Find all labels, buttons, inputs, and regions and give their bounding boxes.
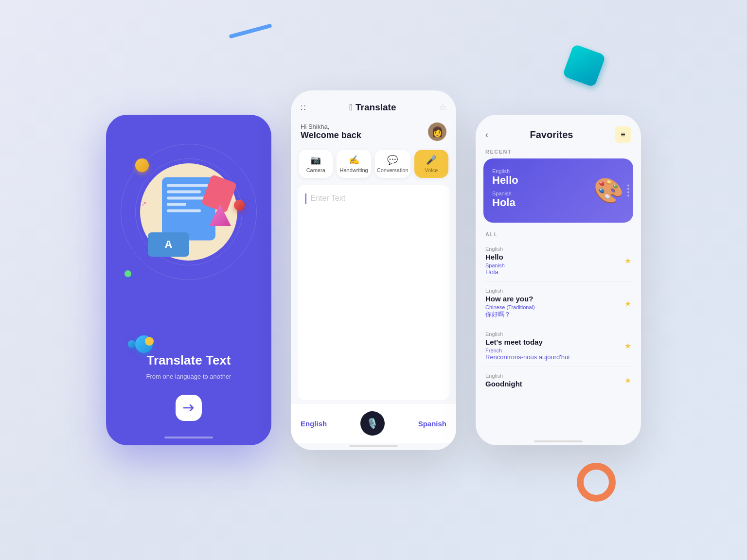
text-input-area[interactable]: Enter Text (298, 185, 449, 400)
mode-handwriting-button[interactable]: ✍️ Handwriting (337, 150, 371, 178)
phone2-home-indicator (291, 443, 456, 450)
menu-icon-box[interactable]: ≡ (615, 126, 631, 143)
fav-item-1-source-word: How are you? (485, 295, 535, 303)
fav-item-2-target-lang: French (485, 348, 569, 353)
menu-icon: ≡ (621, 130, 625, 139)
phone3-header: ‹ Favorites ≡ (476, 115, 641, 149)
handwriting-icon: ✍️ (349, 155, 359, 165)
all-label: ALL (476, 229, 641, 240)
deco-arrow: ↗ (141, 200, 147, 208)
voice-icon: 🎤 (426, 155, 437, 165)
mic-icon: 🎙️ (366, 418, 378, 429)
favorites-list: English Hello Spanish Hola ★ English How… (476, 240, 641, 438)
recent-label: RECENT (476, 149, 641, 158)
avatar: 👩 (428, 122, 446, 141)
app-title-row:  Translate (349, 102, 396, 113)
card-dots (627, 185, 629, 197)
fav-item-3-source-word: Goodnight (485, 380, 522, 388)
fav-item-3-source-lang: English (485, 373, 522, 379)
fav-item-0-source-lang: English (485, 246, 505, 252)
doc-card-blue: A (148, 232, 189, 257)
card-3d-decoration: 🎨 (593, 176, 623, 205)
fav-star-3[interactable]: ★ (624, 376, 631, 385)
fav-item-3-text: English Goodnight (485, 373, 522, 388)
conversation-label: Conversation (377, 167, 409, 173)
fav-item-1-target-lang: Chinese (Traditional) (485, 304, 535, 310)
fav-star-0[interactable]: ★ (624, 256, 631, 265)
app-title: Translate (356, 102, 396, 113)
fav-item-0-target-word: Hola (485, 268, 505, 276)
fav-item-0-source-word: Hello (485, 253, 505, 261)
back-button[interactable]: ‹ (485, 130, 488, 140)
recent-source-lang: English (492, 168, 624, 174)
bookmark-icon[interactable]: ☆ (439, 102, 446, 113)
fav-item-2-source-word: Let's meet today (485, 338, 569, 346)
phone1-title: Translate Text (147, 353, 231, 368)
ball-blue-small (128, 340, 136, 348)
voice-label: Voice (425, 167, 438, 173)
mode-camera-button[interactable]: 📷 Camera (299, 150, 333, 178)
phone3-home-indicator (476, 438, 641, 445)
ball-yellow-small (145, 337, 154, 346)
fav-item-2-target-word: Rencontrons-nous aujourd'hui (485, 353, 569, 361)
fav-item-1[interactable]: English How are you? Chinese (Traditiona… (483, 282, 633, 325)
welcome-name: Welcome back (301, 130, 361, 140)
fav-item-1-text: English How are you? Chinese (Traditiona… (485, 288, 535, 319)
welcome-row: Hi Shikha, Welcome back 👩 (291, 117, 456, 143)
ball-red (234, 200, 245, 210)
source-lang-button[interactable]: English (301, 420, 327, 428)
placeholder-text: Enter Text (310, 194, 345, 202)
fav-item-1-source-lang: English (485, 288, 535, 294)
fav-star-1[interactable]: ★ (624, 299, 631, 308)
mic-button[interactable]: 🎙️ (360, 411, 385, 436)
fav-item-0[interactable]: English Hello Spanish Hola ★ (483, 240, 633, 282)
phone1-subtitle: From one language to another (146, 373, 231, 380)
fav-item-3[interactable]: English Goodnight ★ (483, 367, 633, 394)
conversation-icon: 💬 (387, 155, 398, 165)
fav-item-1-target-word: 你好嗎？ (485, 310, 535, 319)
fav-item-2-text: English Let's meet today French Rencontr… (485, 331, 569, 361)
dots-icon: :: (301, 103, 307, 112)
camera-icon: 📷 (310, 155, 321, 165)
recent-card[interactable]: English Hello Spanish Hola 🎨 (483, 158, 633, 223)
ball-green (124, 270, 131, 277)
phone2-header: ::  Translate ☆ (291, 90, 456, 117)
text-cursor (305, 193, 306, 204)
mode-conversation-button[interactable]: 💬 Conversation (375, 150, 410, 178)
fav-item-2-source-lang: English (485, 331, 569, 337)
home-indicator (164, 437, 213, 438)
favorites-title: Favorites (530, 129, 573, 140)
language-bar: English 🎙️ Spanish (291, 403, 456, 443)
fav-item-0-text: English Hello Spanish Hola (485, 246, 505, 276)
handwriting-label: Handwriting (340, 167, 368, 173)
apple-logo-icon:  (349, 103, 353, 113)
phone2-screen: ::  Translate ☆ Hi Shikha, Welcome back… (291, 90, 456, 450)
next-button[interactable] (176, 395, 202, 421)
mode-buttons-row: 📷 Camera ✍️ Handwriting 💬 Conversation 🎤… (291, 143, 456, 182)
phone1-screen: A ↗ Translate Text From one language to … (106, 115, 271, 445)
phone3-screen: ‹ Favorites ≡ RECENT English Hello Spani… (476, 115, 641, 445)
target-lang-button[interactable]: Spanish (418, 420, 446, 428)
mode-voice-button[interactable]: 🎤 Voice (414, 150, 448, 178)
greeting-text: Hi Shikha, (301, 123, 361, 130)
fav-item-2[interactable]: English Let's meet today French Rencontr… (483, 325, 633, 367)
ball-yellow (135, 158, 149, 172)
fav-item-0-target-lang: Spanish (485, 262, 505, 268)
camera-label: Camera (306, 167, 325, 173)
fav-star-2[interactable]: ★ (624, 341, 631, 350)
